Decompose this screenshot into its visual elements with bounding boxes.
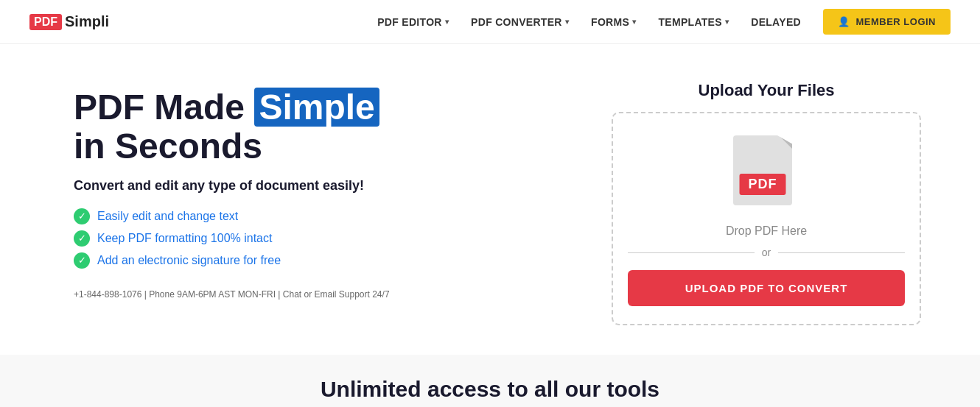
pdf-page-shape: PDF [733,135,792,205]
pdf-corner-fold [779,135,792,149]
nav-label-delayed: DELAYED [751,16,801,28]
logo[interactable]: PDF Simpli [29,13,109,30]
contact-info: +1-844-898-1076 | Phone 9AM-6PM AST MON-… [74,289,390,300]
feature-item-3: ✓ Add an electronic signature for free [74,252,390,269]
pdf-icon: PDF [733,135,799,213]
feature-label-1: Easily edit and change text [97,210,238,223]
navbar: PDF Simpli PDF EDITOR ▾ PDF CONVERTER ▾ … [0,0,980,44]
member-login-label: MEMBER LOGIN [855,16,936,27]
or-line-left [628,252,755,253]
or-line-right [778,252,905,253]
check-icon-2: ✓ [74,230,90,247]
logo-pdf-text: PDF [29,14,62,30]
hero-left: PDF Made Simple in Seconds Convert and e… [74,81,390,300]
or-text: or [762,247,771,258]
bottom-section: Unlimited access to all our tools [0,355,980,407]
feature-item-2: ✓ Keep PDF formatting 100% intact [74,230,390,247]
or-divider: or [628,247,905,258]
hero-title-end: in Seconds [74,127,262,166]
nav-item-delayed[interactable]: DELAYED [751,16,801,28]
nav-label-templates: TEMPLATES [658,16,721,28]
chevron-down-icon: ▾ [725,18,729,26]
upload-title: Upload Your Files [699,81,835,100]
nav-label-pdf-editor: PDF EDITOR [377,16,442,28]
chevron-down-icon: ▾ [565,18,569,26]
nav-label-forms: FORMS [591,16,629,28]
nav-item-pdf-editor[interactable]: PDF EDITOR ▾ [377,16,449,28]
drop-pdf-text: Drop PDF Here [726,224,807,238]
hero-section: PDF Made Simple in Seconds Convert and e… [0,44,980,355]
upload-drop-zone[interactable]: PDF Drop PDF Here or UPLOAD PDF TO CONVE… [612,112,921,325]
feature-label-2: Keep PDF formatting 100% intact [97,232,272,245]
logo-simpli-text: Simpli [65,13,109,30]
hero-title-start: PDF Made [74,88,254,127]
nav-item-templates[interactable]: TEMPLATES ▾ [658,16,729,28]
feature-item-1: ✓ Easily edit and change text [74,208,390,224]
hero-title-highlight: Simple [254,88,379,127]
nav-links: PDF EDITOR ▾ PDF CONVERTER ▾ FORMS ▾ TEM… [377,9,951,35]
nav-label-pdf-converter: PDF CONVERTER [471,16,562,28]
nav-item-pdf-converter[interactable]: PDF CONVERTER ▾ [471,16,569,28]
nav-item-forms[interactable]: FORMS ▾ [591,16,636,28]
member-login-button[interactable]: 👤 MEMBER LOGIN [823,9,951,35]
upload-section: Upload Your Files PDF Drop PDF Here or U… [612,81,921,325]
chevron-down-icon: ▾ [445,18,449,26]
pdf-label-text: PDF [740,174,786,195]
check-icon-3: ✓ [74,252,90,269]
bottom-title: Unlimited access to all our tools [0,377,980,402]
feature-list: ✓ Easily edit and change text ✓ Keep PDF… [74,208,390,269]
upload-pdf-button[interactable]: UPLOAD PDF TO CONVERT [628,270,905,306]
user-icon: 👤 [838,16,850,27]
feature-label-3: Add an electronic signature for free [97,254,281,267]
check-icon-1: ✓ [74,208,90,224]
chevron-down-icon: ▾ [632,18,636,26]
hero-subtitle: Convert and edit any type of document ea… [74,178,390,194]
hero-title: PDF Made Simple in Seconds [74,88,390,166]
